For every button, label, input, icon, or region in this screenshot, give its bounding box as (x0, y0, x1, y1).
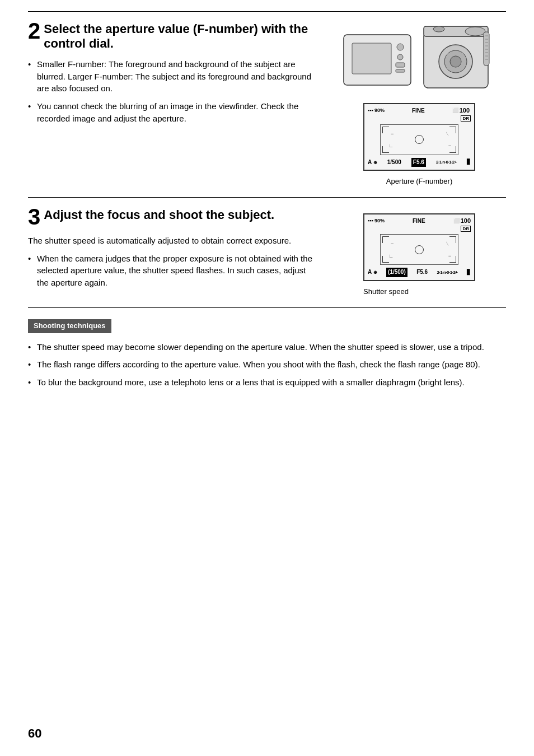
page-number: 60 (28, 725, 41, 743)
section-2-right: ▪▪▪ 90% FINE ⬜ 100 DR (332, 22, 506, 187)
svg-point-2 (397, 44, 404, 50)
lcd-dr-2: DR (461, 226, 471, 232)
section-2-left: 2 Select the aperture value (F-number) w… (28, 22, 332, 187)
svg-point-12 (433, 26, 444, 32)
lcd-shutter-highlight-2: (1/500) (386, 268, 407, 277)
lcd-top-row-2: ▪▪▪ 90% FINE ⬜ 100 (368, 217, 471, 226)
technique-bullet-1: The shutter speed may become slower depe… (28, 341, 506, 353)
step-2-bullet-1: Smaller F-number: The foreground and bac… (28, 58, 316, 95)
step-3-desc: The shutter speed is automatically adjus… (28, 235, 316, 247)
camera-illustration (338, 22, 500, 103)
lcd-signal-2: ▊ (467, 269, 471, 276)
lcd-signal-1: ▊ (467, 158, 471, 166)
lcd-aperture-highlight-1: F5.6 (411, 158, 426, 167)
corner-tl-2 (382, 236, 389, 243)
lcd-count-2: 100 (461, 217, 471, 226)
lcd-bottom-row-2: A ⊕ (1/500) F5.6 2·1·n·0·1·2+ ▊ (368, 267, 471, 278)
technique-bullet-2: The flash range differs according to the… (28, 358, 506, 371)
svg-rect-4 (396, 63, 405, 67)
camera-svg (341, 24, 498, 102)
lcd-a-symbol-1: A ⊕ (368, 158, 377, 167)
shooting-techniques-badge: Shooting techniques (28, 319, 111, 333)
step-2-header: 2 Select the aperture value (F-number) w… (28, 22, 316, 52)
lcd-battery-2: ▪▪▪ 90% (368, 217, 385, 225)
lcd-viewfinder-2: − ﹨ ∟ − (380, 234, 458, 265)
step-2-title: Select the aperture value (F-number) wit… (44, 22, 316, 52)
lcd-top-row-1: ▪▪▪ 90% FINE ⬜ 100 (368, 106, 471, 115)
lcd-bottom-row-1: A ⊕ 1/500 F5.6 2·1·n·0·1·2+ ▊ (368, 157, 471, 168)
step-3-number: 3 (28, 206, 40, 228)
lcd-battery-1: ▪▪▪ 90% (368, 107, 385, 114)
shutter-label: Shutter speed (363, 287, 475, 297)
corner-tr-1 (449, 127, 456, 133)
step-3-header: 3 Adjust the focus and shoot the subject… (28, 208, 316, 228)
step-2-bullets: Smaller F-number: The foreground and bac… (28, 58, 316, 125)
lcd-ev-1: 2·1·n·0·1·2+ (436, 159, 457, 166)
lcd-fine-1: FINE (412, 107, 425, 115)
technique-bullet-3: To blur the background more, use a telep… (28, 376, 506, 389)
lcd-shutter-1: 1/500 (387, 158, 401, 167)
aperture-label: Aperture (F-number) (386, 176, 452, 187)
lcd-shutter: ▪▪▪ 90% FINE ⬜ 100 DR (363, 213, 475, 281)
center-mark-1 (415, 135, 424, 144)
step-3-bullets: When the camera judges that the proper e… (28, 253, 316, 289)
corner-tl-1 (382, 127, 389, 133)
lcd-right-icons-1: ⬜ 100 (452, 106, 471, 115)
section-2: 2 Select the aperture value (F-number) w… (28, 22, 506, 198)
page: 2 Select the aperture value (F-number) w… (0, 0, 534, 756)
shooting-techniques-bullets: The shutter speed may become slower depe… (28, 341, 506, 389)
shooting-techniques-section: Shooting techniques The shutter speed ma… (28, 319, 506, 389)
svg-point-11 (465, 27, 485, 36)
step-3-bullet-1: When the camera judges that the proper e… (28, 253, 316, 289)
section-3: 3 Adjust the focus and shoot the subject… (28, 198, 506, 308)
svg-point-9 (450, 56, 461, 67)
svg-rect-1 (352, 43, 391, 74)
lcd-a-symbol-2: A ⊕ (368, 268, 377, 277)
section-3-right: ▪▪▪ 90% FINE ⬜ 100 DR (332, 208, 506, 297)
lcd-copy-icon-1: ⬜ (452, 107, 458, 114)
corner-tr-2 (449, 236, 456, 243)
svg-rect-5 (396, 69, 405, 72)
lcd-copy-icon-2: ⬜ (453, 217, 460, 225)
lcd-aperture: ▪▪▪ 90% FINE ⬜ 100 DR (363, 103, 475, 171)
lcd-count-1: 100 (460, 106, 470, 115)
section-3-left: 3 Adjust the focus and shoot the subject… (28, 208, 332, 297)
step-3-title: Adjust the focus and shoot the subject. (44, 208, 274, 222)
lcd-dr-1: DR (461, 115, 471, 122)
svg-point-3 (397, 54, 403, 60)
lcd-right-icons-2: ⬜ 100 (453, 217, 471, 226)
lcd-viewfinder-1: − ﹨ ∟ − (380, 124, 458, 155)
center-mark-2 (415, 245, 424, 254)
svg-rect-13 (484, 32, 489, 66)
step-2-number: 2 (28, 20, 40, 42)
lcd-fine-2: FINE (413, 217, 425, 226)
lcd-aperture-2: F5.6 (416, 268, 428, 277)
lcd-ev-2: 2·1·n·0·1·2+ (437, 269, 458, 276)
step-2-bullet-2: You cannot check the blurring of an imag… (28, 100, 316, 125)
top-rule (28, 11, 506, 12)
